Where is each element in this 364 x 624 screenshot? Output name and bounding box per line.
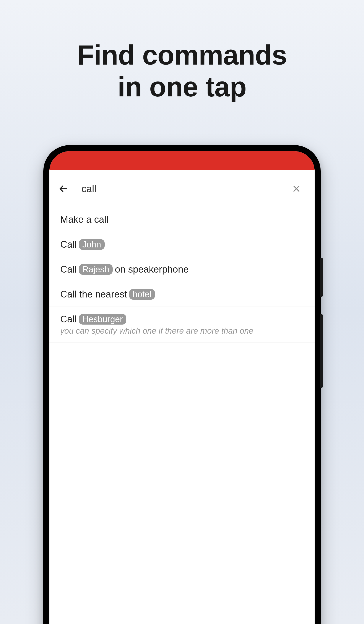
results-list: Make a callCallJohnCallRajeshon speakerp… — [50, 207, 314, 343]
result-subtitle: you can specify which one if there are m… — [60, 326, 304, 336]
result-main-line: CallHesburger — [60, 314, 304, 325]
result-main-line: Make a call — [60, 214, 304, 225]
result-item[interactable]: Call the nearesthotel — [50, 282, 314, 307]
result-prefix: Call — [60, 239, 77, 250]
phone-side-button-2 — [320, 314, 323, 388]
back-arrow-icon — [58, 184, 68, 193]
result-pill: Hesburger — [79, 314, 126, 325]
search-header — [50, 170, 314, 207]
phone-side-button-1 — [320, 258, 323, 297]
result-main-line: CallJohn — [60, 239, 304, 250]
result-prefix: Call — [60, 264, 77, 275]
phone-screen: Make a callCallJohnCallRajeshon speakerp… — [50, 151, 314, 624]
result-prefix: Make a call — [60, 214, 108, 225]
back-button[interactable] — [58, 183, 68, 194]
clear-button[interactable] — [291, 183, 302, 194]
result-item[interactable]: CallRajeshon speakerphone — [50, 257, 314, 282]
close-icon — [292, 184, 301, 193]
result-item[interactable]: CallJohn — [50, 232, 314, 257]
result-main-line: CallRajeshon speakerphone — [60, 264, 304, 275]
status-bar — [50, 151, 314, 170]
search-input[interactable] — [68, 183, 291, 195]
result-main-line: Call the nearesthotel — [60, 289, 304, 300]
result-item[interactable]: Make a call — [50, 207, 314, 232]
headline-line-1: Find commands — [0, 39, 364, 71]
result-pill: John — [79, 239, 105, 250]
headline-line-2: in one tap — [0, 71, 364, 103]
promo-headline: Find commands in one tap — [0, 0, 364, 103]
result-prefix: Call the nearest — [60, 289, 127, 300]
result-prefix: Call — [60, 314, 77, 325]
phone-frame: Make a callCallJohnCallRajeshon speakerp… — [43, 145, 321, 624]
result-pill: Rajesh — [79, 264, 113, 275]
result-pill: hotel — [129, 289, 155, 300]
result-item[interactable]: CallHesburgeryou can specify which one i… — [50, 307, 314, 343]
result-suffix: on speakerphone — [115, 264, 188, 275]
